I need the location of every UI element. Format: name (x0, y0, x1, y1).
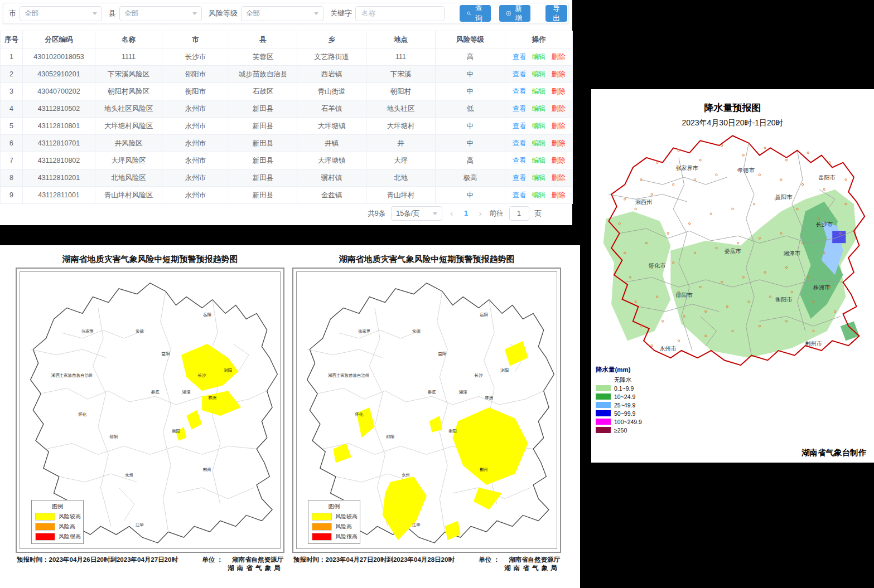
page-size-value: 15条/页 (396, 209, 419, 218)
cell-no: 5 (1, 118, 23, 135)
chevron-down-icon (192, 12, 197, 15)
cell-place: 下宋溪 (366, 66, 436, 83)
edit-link[interactable]: 编辑 (532, 105, 546, 113)
legend-item: 风险高 (312, 523, 356, 531)
city-label: 衡阳市 (775, 297, 793, 303)
cell-county: 新田县 (229, 169, 297, 187)
edit-link[interactable]: 编辑 (532, 88, 546, 95)
cell-no: 9 (1, 187, 23, 204)
page-size-select[interactable]: 15条/页 (391, 206, 442, 221)
city-select[interactable]: 全部 (20, 6, 102, 21)
col-header-code: 分区编码 (23, 31, 95, 48)
view-link[interactable]: 查看 (513, 122, 527, 130)
view-link[interactable]: 查看 (513, 139, 527, 147)
del-link[interactable]: 删除 (552, 191, 566, 199)
risk-zone-table: 序号 分区编码 名称 市 县 乡 地点 风险等级 操作 143010200180… (0, 31, 573, 204)
county-select[interactable]: 全部 (119, 6, 202, 21)
legend-rows-2: 风险较高风险高风险很高 (312, 513, 356, 541)
view-link[interactable]: 查看 (513, 88, 527, 95)
region-label: 江华 (412, 522, 421, 527)
chevron-down-icon (433, 212, 437, 215)
del-link[interactable]: 删除 (552, 122, 566, 130)
col-header-name: 名称 (95, 31, 162, 48)
prev-page-button[interactable]: ‹ (448, 209, 455, 218)
add-button[interactable]: 新增 (499, 5, 530, 22)
current-page[interactable]: 1 (461, 210, 471, 217)
edit-link[interactable]: 编辑 (532, 70, 546, 78)
del-link[interactable]: 删除 (552, 70, 566, 78)
station-marker-icon (764, 147, 766, 149)
del-link[interactable]: 删除 (552, 105, 566, 113)
cell-risk: 中 (436, 66, 505, 83)
add-button-label: 新增 (514, 3, 523, 23)
cell-code: 43112811001 (23, 187, 95, 204)
query-button[interactable]: 查询 (460, 5, 491, 22)
goto-page-input[interactable] (509, 206, 529, 221)
cell-place: 大坪塘村 (366, 118, 436, 135)
edit-link[interactable]: 编辑 (532, 157, 546, 164)
cell-no: 3 (1, 83, 23, 100)
cell-city: 永州市 (162, 187, 229, 204)
view-link[interactable]: 查看 (513, 157, 527, 164)
cell-town: 骥村镇 (297, 169, 366, 187)
chevron-down-icon (93, 12, 97, 15)
cell-code: 43052910201 (23, 66, 95, 83)
cell-no: 2 (1, 66, 23, 83)
view-link[interactable]: 查看 (513, 53, 527, 61)
county-select-value: 全部 (124, 9, 138, 18)
del-link[interactable]: 删除 (552, 88, 566, 95)
edit-link[interactable]: 编辑 (532, 139, 546, 147)
next-page-button[interactable]: › (477, 209, 484, 218)
view-link[interactable]: 查看 (513, 174, 527, 182)
cell-city: 永州市 (162, 100, 229, 118)
org-line-2: 湖南省气象局 (504, 565, 560, 571)
edit-link[interactable]: 编辑 (532, 53, 546, 61)
keyword-input[interactable] (355, 6, 445, 21)
cell-name: 青山坪村风险区 (95, 187, 162, 204)
search-icon (467, 10, 471, 17)
cell-code: 43112810502 (23, 100, 95, 118)
trend-maps-panel: 湖南省地质灾害气象风险中短期预警预报趋势图 湘西土家族苗族自治州张家界常德岳阳益… (0, 245, 580, 588)
cell-town: 井镇 (297, 135, 366, 152)
region-label: 湘西土家族苗族自治州 (51, 373, 93, 378)
cell-town: 石羊镇 (297, 100, 366, 118)
region-label: 娄底 (428, 390, 436, 395)
col-header-risk: 风险等级 (436, 31, 505, 48)
legend-item: 风险很高 (35, 533, 80, 541)
edit-link[interactable]: 编辑 (532, 122, 546, 130)
city-label: 永州市 (660, 346, 677, 352)
del-link[interactable]: 删除 (552, 157, 566, 164)
legend-label: 风险很高 (335, 533, 358, 541)
cell-place: 井 (366, 135, 436, 152)
col-header-place: 地点 (366, 31, 436, 48)
view-link[interactable]: 查看 (513, 191, 527, 199)
region-label: 株洲 (207, 395, 216, 400)
export-button[interactable]: 导出 (545, 5, 567, 22)
edit-link[interactable]: 编辑 (532, 174, 546, 182)
table-row: 843112810201北地风险区永州市新田县骥村镇北地极高查看编辑删除 (1, 169, 573, 187)
risk-select[interactable]: 全部 (241, 6, 323, 21)
trend-map-1-footer: 预报时间：2023年04月26日20时到2023年04月27日20时 单位 ： … (16, 556, 284, 572)
del-link[interactable]: 删除 (552, 174, 566, 182)
table-row: 143010200180531111长沙市芙蓉区文艺路街道111高查看编辑删除 (1, 48, 573, 66)
del-link[interactable]: 删除 (552, 53, 566, 61)
edit-link[interactable]: 编辑 (532, 191, 546, 199)
trend-map-1-frame: 湘西土家族苗族自治州张家界常德岳阳益阳长沙浏阳怀化娄底湘潭株洲邵阳衡阳永州郴州江… (16, 268, 284, 553)
trend-map-2-title: 湖南省地质灾害气象风险中短期预警预报趋势图 (292, 254, 561, 265)
region-label: 益阳 (438, 351, 447, 356)
legend-swatch (596, 402, 611, 408)
region-label: 永州 (401, 473, 410, 478)
view-link[interactable]: 查看 (513, 70, 527, 78)
col-header-city: 市 (162, 31, 229, 48)
region-label: 常德 (136, 329, 144, 334)
precip-legend: 降水量(mm) 无降水0.1~9.910~24.925~49.950~99.91… (596, 366, 668, 434)
station-marker-icon (829, 162, 830, 163)
cell-code: 43040700202 (23, 83, 95, 100)
cell-place: 朝阳村 (366, 83, 436, 100)
cell-code: 43112810801 (23, 118, 95, 135)
cell-name: 北地风险区 (95, 169, 162, 187)
del-link[interactable]: 删除 (552, 139, 566, 147)
table-row: 643112810701井风险区永州市新田县井镇井中查看编辑删除 (1, 135, 573, 152)
view-link[interactable]: 查看 (513, 105, 527, 113)
cell-risk: 极高 (436, 169, 505, 187)
